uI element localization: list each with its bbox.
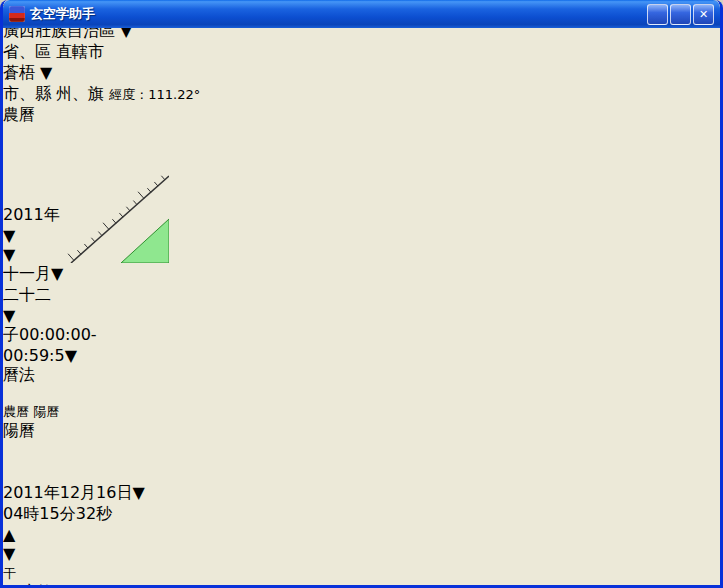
solar-group-legend: 陽曆 (3, 421, 35, 440)
lunar-day-select[interactable]: 二十二▼ (3, 285, 61, 325)
chevron-down-icon[interactable]: ▼ (132, 483, 144, 502)
degree-label: 度數 (20, 582, 52, 588)
radio-lunar-label: 農曆 (3, 404, 29, 419)
lunar-hour-value: 子00:00:00-00:59:5 (3, 325, 97, 365)
close-icon: ✕ (699, 8, 708, 21)
lunar-day-value: 二十二 (3, 285, 51, 304)
calendar-method-legend: 曆法 (3, 365, 35, 384)
lunar-hour-select[interactable]: 子00:00:00-00:59:5▼ (3, 325, 147, 365)
chevron-down-icon[interactable]: ▼ (3, 306, 15, 325)
radio-solar-label: 陽曆 (33, 404, 59, 419)
minimize-button[interactable] (647, 4, 668, 25)
lunar-month-select[interactable]: 十一月▼ (3, 264, 67, 285)
solar-date-value: 2011年12月16日 (3, 483, 132, 502)
solar-time-spinner[interactable]: 04時15分32秒 ▲▼ (3, 504, 146, 563)
spin-down-icon[interactable]: ▼ (3, 544, 146, 563)
maximize-button[interactable] (670, 4, 691, 25)
ganzhi-label: 干支 (3, 566, 20, 588)
solar-group: 陽曆 (3, 421, 170, 483)
compass-preview-image (3, 0, 169, 263)
solar-date-select[interactable]: 2011年12月16日▼ (3, 483, 146, 504)
solar-time-value: 04時15分32秒 (3, 504, 112, 523)
chevron-down-icon[interactable]: ▼ (51, 264, 63, 283)
radio-solar[interactable]: 陽曆 (33, 404, 59, 419)
lunar-month-value: 十一月 (3, 264, 51, 283)
radio-lunar[interactable]: 農曆 (3, 404, 33, 419)
close-window-button[interactable]: ✕ (693, 4, 714, 25)
spin-up-icon[interactable]: ▲ (3, 525, 146, 544)
app-window: 玄空学助手 ✕ 文件 說明 廣西壯族自治區 ▼ 省、區 直轄市 蒼梧 ▼ 市、縣… (0, 0, 723, 588)
chevron-down-icon[interactable]: ▼ (65, 346, 77, 365)
calendar-method-group: 曆法 (3, 365, 170, 401)
